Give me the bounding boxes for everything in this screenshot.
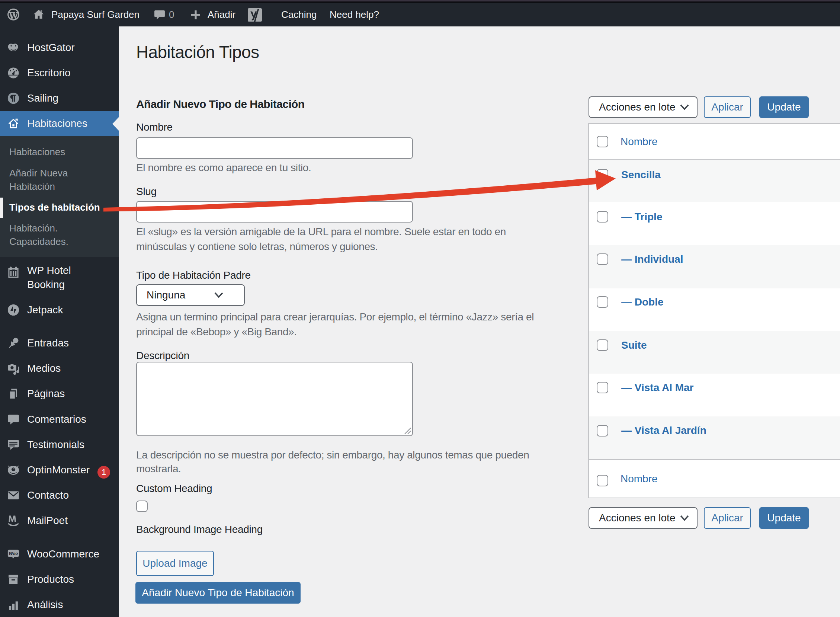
svg-text:Woo: Woo [9, 551, 18, 556]
